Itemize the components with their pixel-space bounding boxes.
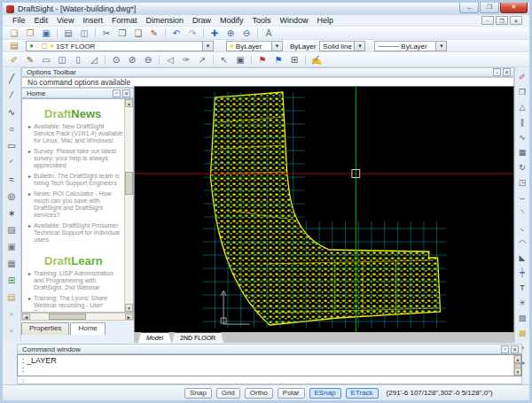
scroll-down-icon[interactable]: ▼ xyxy=(125,304,133,312)
news-item[interactable]: ▸ Survey: Please take our latest survey;… xyxy=(28,148,123,169)
table-grid-icon[interactable]: ⊞ xyxy=(286,53,302,66)
ortho-toggle[interactable]: Ortho xyxy=(245,388,273,399)
scroll-up-icon[interactable]: ▲ xyxy=(514,355,521,363)
flag-blue-icon[interactable]: ⚑ xyxy=(270,53,286,66)
mdi-restore-button[interactable]: ❐ xyxy=(496,16,508,25)
close-icon[interactable]: ✕ xyxy=(503,68,511,76)
command-history[interactable]: ▲ ▼ : _LAYER: xyxy=(17,354,522,376)
menu-item[interactable]: Window xyxy=(276,15,313,26)
lineweight-dropdown-arrow[interactable]: ▼ xyxy=(435,42,446,50)
pan-icon[interactable]: ✚ xyxy=(207,27,223,40)
zoom-in-icon[interactable]: ⊕ xyxy=(223,27,239,40)
menu-item[interactable]: View xyxy=(52,15,78,26)
print-icon[interactable]: ▤ xyxy=(60,27,76,40)
linestyle-dropdown-arrow[interactable]: ▼ xyxy=(354,42,364,50)
scroll-right-icon[interactable]: ▶ xyxy=(125,314,133,320)
esnap-toggle[interactable]: ESnap xyxy=(309,388,341,399)
etrack-toggle[interactable]: ETrack xyxy=(346,388,379,399)
lineweight-select[interactable]: ——— ByLayer ▼ xyxy=(374,41,447,51)
delete-icon[interactable]: ✐ xyxy=(515,70,529,85)
hatch-icon[interactable]: ▨ xyxy=(4,221,20,238)
float-icon[interactable]: ▫ xyxy=(113,89,121,97)
block-icon[interactable]: ⊞ xyxy=(4,272,20,289)
circle-icon[interactable]: ○ xyxy=(4,120,20,137)
minimize-button[interactable]: – xyxy=(459,3,479,13)
learn-item[interactable]: ▸ Training: The Lyons' Share Webinar rec… xyxy=(28,295,123,311)
circle-diameter-icon[interactable]: ⊘ xyxy=(124,53,140,66)
reference-icon[interactable]: ▫ xyxy=(4,306,20,322)
arc-extend-icon[interactable]: ◟ xyxy=(515,221,529,236)
tab-properties[interactable]: Properties xyxy=(21,322,69,335)
pointer-icon[interactable]: ↖ xyxy=(216,53,232,66)
color-dropdown-arrow[interactable]: ▼ xyxy=(271,42,282,50)
copy-entity-icon[interactable]: ❐ xyxy=(515,85,529,100)
zoom-out-icon[interactable]: ⊖ xyxy=(239,27,254,40)
flag-red-icon[interactable]: ⚑ xyxy=(254,53,270,66)
learn-item[interactable]: ▸ Training: LISP Administration and Prog… xyxy=(28,270,123,291)
scroll-thumb[interactable] xyxy=(49,314,86,320)
menu-item[interactable]: Tools xyxy=(247,15,275,26)
pattern-icon[interactable]: ▦ xyxy=(515,145,529,160)
scroll-thumb[interactable] xyxy=(125,172,133,195)
line-icon[interactable]: ╱ xyxy=(4,70,20,87)
explode-icon[interactable]: ✳ xyxy=(515,296,529,311)
menu-item[interactable]: Modify xyxy=(215,15,248,26)
close-icon[interactable]: ✕ xyxy=(122,89,130,97)
maximize-button[interactable]: ❐ xyxy=(480,3,499,13)
sheet-icon[interactable]: ▯ xyxy=(70,53,86,66)
viewport-icon[interactable]: ▭ xyxy=(38,53,54,66)
area-icon[interactable]: ▩ xyxy=(515,326,529,341)
menu-item[interactable]: Edit xyxy=(30,15,53,26)
scroll-left-icon[interactable]: ◀ xyxy=(22,314,30,320)
command-input[interactable]: : xyxy=(17,376,522,384)
weld-icon[interactable]: ▨ xyxy=(515,311,529,326)
point-icon[interactable]: ∗ xyxy=(4,205,20,221)
attach-icon[interactable]: ▫ xyxy=(4,322,20,339)
image-icon[interactable]: ▤ xyxy=(4,289,20,306)
arc-icon[interactable]: ◜ xyxy=(4,154,20,171)
home-vertical-scrollbar[interactable]: ▲ ▼ xyxy=(124,99,133,312)
polygon-icon[interactable]: ◁ xyxy=(162,53,178,66)
tab-2nd-floor[interactable]: 2ND FLOOR xyxy=(172,332,223,343)
cut-icon[interactable]: ✂ xyxy=(98,27,114,40)
polyline-icon[interactable]: ∿ xyxy=(4,104,20,120)
scroll-down-icon[interactable]: ▼ xyxy=(514,368,521,376)
rectangle-icon[interactable]: ▭ xyxy=(4,137,20,154)
cell-icon[interactable]: ▣ xyxy=(232,53,248,66)
float-icon[interactable]: ▫ xyxy=(501,345,509,353)
edit-polyline-icon[interactable]: ∿ xyxy=(515,130,529,145)
save-icon[interactable]: ▣ xyxy=(38,27,54,40)
tab-model[interactable]: Model xyxy=(138,332,171,343)
rotate-icon[interactable]: ↻ xyxy=(515,160,529,175)
copy-icon[interactable]: ❐ xyxy=(114,27,130,40)
arc-trim-icon[interactable]: ◝ xyxy=(515,205,529,221)
fillet-icon[interactable]: ◠ xyxy=(515,236,529,251)
menu-item[interactable]: Draw xyxy=(188,15,215,26)
linestyle-select[interactable]: Solid line ▼ xyxy=(319,41,365,51)
paste-icon[interactable]: ❑ xyxy=(130,27,146,40)
open-icon[interactable]: ❐ xyxy=(22,27,38,40)
new-icon[interactable]: ❏ xyxy=(6,27,22,40)
pen-edit-icon[interactable]: ✎ xyxy=(22,53,38,66)
menu-item[interactable]: File xyxy=(8,15,30,26)
mirror-icon[interactable]: △ xyxy=(515,100,529,115)
drawing-canvas[interactable] xyxy=(134,86,514,333)
menu-item[interactable]: Format xyxy=(107,15,142,26)
spline-icon[interactable]: ≈ xyxy=(4,171,20,188)
mdi-minimize-button[interactable]: – xyxy=(481,16,494,25)
trim-icon[interactable]: T xyxy=(515,281,529,296)
polar-toggle[interactable]: Polar xyxy=(278,388,305,399)
tab-home[interactable]: Home xyxy=(70,322,105,335)
news-item[interactable]: ▸ Bulletin: The DraftSight team is hirin… xyxy=(28,173,123,187)
close-button[interactable]: ✕ xyxy=(500,3,528,13)
news-item[interactable]: ▸ Available: New DraftSight Service Pack… xyxy=(28,123,123,144)
command-scrollbar[interactable]: ▲ ▼ xyxy=(513,355,521,376)
format-painter-icon[interactable]: ✎ xyxy=(146,27,162,40)
angle-icon[interactable]: ◿ xyxy=(86,53,102,66)
color-edit-icon[interactable]: ✐ xyxy=(6,53,22,66)
scroll-up-icon[interactable]: ▲ xyxy=(125,99,133,107)
undo-icon[interactable]: ↶ xyxy=(168,27,184,40)
construction-line-icon[interactable]: ⁄ xyxy=(4,87,20,104)
menu-item[interactable]: Insert xyxy=(78,15,107,26)
table-icon[interactable]: ▦ xyxy=(4,255,20,272)
